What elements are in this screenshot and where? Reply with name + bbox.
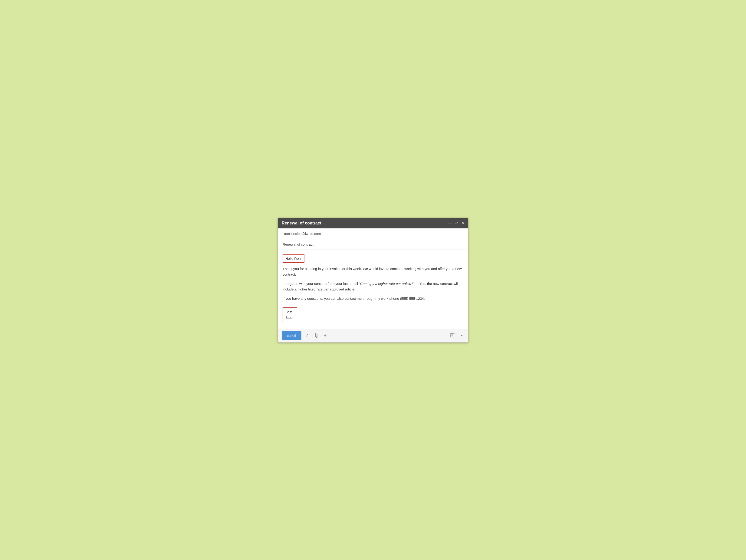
minimize-button[interactable]: — xyxy=(448,221,452,225)
attach-icon[interactable] xyxy=(313,332,319,340)
paragraph2-prefix: In regards with your concern from your l… xyxy=(283,282,359,286)
more-icon-label: + xyxy=(324,333,327,338)
subject-text: Renewal of contract xyxy=(283,242,314,246)
compose-area[interactable]: Hello Ron, Thank you for sending in your… xyxy=(278,250,468,329)
outer-wrapper: Renewal of contract — ⤢ ✕ RonPrincipe@iw… xyxy=(268,208,478,352)
to-address: RonPrincipe@iwrite.com xyxy=(283,232,321,236)
svg-rect-0 xyxy=(451,334,454,337)
title-bar-controls: — ⤢ ✕ xyxy=(448,221,464,225)
subject-field-row: Renewal of contract xyxy=(278,239,468,250)
signature-line1: Best, xyxy=(285,309,294,315)
maximize-button[interactable]: ⤢ xyxy=(455,221,458,225)
more-icon[interactable]: + xyxy=(323,332,328,339)
dropdown-icon-label: ▼ xyxy=(460,334,463,337)
body-paragraph-1: Thank you for sending in your invoice fo… xyxy=(283,266,463,277)
to-field-row: RonPrincipe@iwrite.com xyxy=(278,228,468,239)
body-paragraph-2: In regards with your concern from your l… xyxy=(283,281,463,292)
title-bar: Renewal of contract — ⤢ ✕ xyxy=(278,218,468,228)
window-title: Renewal of contract xyxy=(282,221,321,226)
email-window: Renewal of contract — ⤢ ✕ RonPrincipe@iw… xyxy=(278,218,468,343)
toolbar: Send A + xyxy=(278,329,468,342)
signature-line2: Steph xyxy=(285,315,294,320)
send-button[interactable]: Send xyxy=(282,331,302,340)
delete-icon[interactable] xyxy=(449,332,456,340)
dropdown-icon[interactable]: ▼ xyxy=(459,333,464,338)
font-icon-label: A xyxy=(306,333,309,338)
greeting-text: Hello Ron, xyxy=(285,257,302,261)
signature-box: Best, Steph xyxy=(283,307,297,322)
paragraph2-quote: "Can I get a higher rate per article?" xyxy=(359,282,414,286)
body-paragraph-3: If you have any questions, you can also … xyxy=(283,296,463,301)
email-body: RonPrincipe@iwrite.com Renewal of contra… xyxy=(278,228,468,342)
close-button[interactable]: ✕ xyxy=(461,221,464,225)
greeting-box: Hello Ron, xyxy=(283,255,305,263)
font-icon[interactable]: A xyxy=(305,332,310,339)
